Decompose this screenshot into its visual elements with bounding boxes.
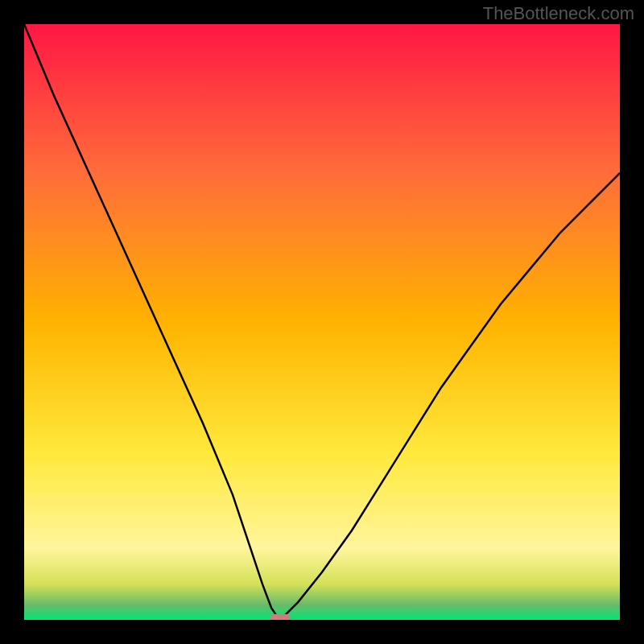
- plot-area: [24, 24, 620, 620]
- chart-container: TheBottleneck.com: [0, 0, 644, 644]
- target-marker: [270, 614, 290, 620]
- watermark-text: TheBottleneck.com: [483, 3, 634, 24]
- gradient-background: [24, 24, 620, 620]
- chart-svg: [24, 24, 620, 620]
